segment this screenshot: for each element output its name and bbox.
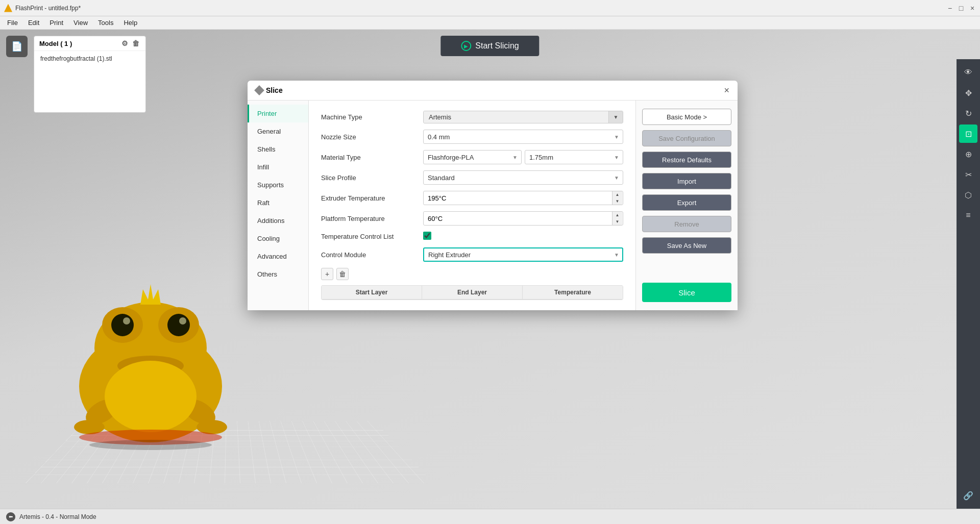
- import-button[interactable]: Import: [642, 173, 731, 189]
- machine-type-dropdown-button[interactable]: ▼: [608, 111, 623, 123]
- control-module-select[interactable]: Right Extruder: [423, 247, 623, 262]
- cut-tool-button[interactable]: ✂: [959, 165, 977, 184]
- svg-point-7: [179, 317, 186, 325]
- model-settings-icon[interactable]: ⚙: [120, 39, 129, 48]
- temp-control-row: Temperature Control List: [321, 232, 623, 241]
- menu-view[interactable]: View: [68, 18, 93, 28]
- move-tool-button[interactable]: ✥: [959, 84, 977, 102]
- model-list-item[interactable]: fredthefrogbutfractal (1).stl: [34, 53, 145, 64]
- app-title: FlashPrint - untitled.fpp*: [15, 5, 81, 12]
- material-type-select[interactable]: Flashforge-PLA: [423, 150, 522, 164]
- statusbar: ⬅ Artemis - 0.4 - Normal Mode: [0, 509, 980, 524]
- export-button[interactable]: Export: [642, 194, 731, 211]
- nav-item-shells[interactable]: Shells: [248, 140, 308, 158]
- maximize-button[interactable]: □: [958, 5, 965, 12]
- app-logo-icon: [4, 4, 12, 12]
- nav-item-printer[interactable]: Printer: [248, 105, 308, 122]
- minimize-button[interactable]: −: [946, 5, 953, 12]
- nav-item-supports[interactable]: Supports: [248, 176, 308, 194]
- material-type-label: Material Type: [321, 154, 423, 161]
- slice-profile-label: Slice Profile: [321, 174, 423, 182]
- view-tool-button[interactable]: 👁: [959, 63, 977, 82]
- save-configuration-button[interactable]: Save Configuration: [642, 130, 731, 146]
- extruder-temp-spin-btns: ▲ ▼: [612, 191, 622, 205]
- material-type-select-wrapper: Flashforge-PLA: [423, 150, 522, 164]
- control-module-select-wrapper: Right Extruder: [423, 247, 623, 262]
- dialog-close-button[interactable]: ×: [724, 86, 729, 95]
- model-delete-icon[interactable]: 🗑: [131, 39, 140, 48]
- menu-file[interactable]: File: [2, 18, 23, 28]
- nav-item-advanced[interactable]: Advanced: [248, 247, 308, 265]
- slice-profile-row: Slice Profile Standard: [321, 170, 623, 185]
- dialog-body: Printer General Shells Infill Supports R…: [248, 101, 738, 310]
- remove-button[interactable]: Remove: [642, 216, 731, 232]
- platform-temp-input[interactable]: [423, 211, 623, 226]
- model-panel: Model ( 1 ) ⚙ 🗑 fredthefrogbutfractal (1…: [34, 36, 146, 113]
- menu-print[interactable]: Print: [44, 18, 68, 28]
- add-row-button[interactable]: +: [321, 268, 333, 280]
- dialog-nav: Printer General Shells Infill Supports R…: [248, 101, 309, 310]
- material-type-control: Flashforge-PLA 1.75mm: [423, 150, 623, 164]
- menubar: File Edit Print View Tools Help: [0, 16, 980, 30]
- slice-dialog: Slice × Printer General Shells Infill Su…: [248, 81, 738, 310]
- status-icon[interactable]: ⬅: [6, 512, 15, 521]
- nav-item-infill[interactable]: Infill: [248, 158, 308, 176]
- svg-point-4: [111, 314, 134, 336]
- settings-tool-button[interactable]: ≡: [959, 206, 977, 224]
- temperature-header: Temperature: [523, 286, 623, 299]
- rotate-tool-button[interactable]: ↻: [959, 104, 977, 122]
- control-module-label: Control Module: [321, 251, 423, 259]
- temp-control-checkbox[interactable]: [423, 232, 431, 240]
- restore-defaults-button[interactable]: Restore Defaults: [642, 152, 731, 168]
- platform-temp-down-button[interactable]: ▼: [612, 218, 622, 225]
- nozzle-size-label: Nozzle Size: [321, 133, 423, 141]
- material-size-select[interactable]: 1.75mm: [525, 150, 623, 164]
- support-tool-button[interactable]: ⬡: [959, 186, 977, 204]
- nozzle-size-row: Nozzle Size 0.4 mm: [321, 130, 623, 144]
- material-row: Flashforge-PLA 1.75mm: [423, 150, 623, 164]
- active-tool-button[interactable]: ⊕: [959, 145, 977, 163]
- machine-type-value: Artemis: [424, 111, 608, 123]
- slice-profile-select-wrapper: Standard: [423, 170, 623, 185]
- platform-temp-label: Platform Temperature: [321, 215, 423, 222]
- link-tool-button[interactable]: 🔗: [959, 486, 977, 505]
- basic-mode-button[interactable]: Basic Mode >: [642, 109, 731, 125]
- nav-item-others[interactable]: Others: [248, 265, 308, 283]
- slice-profile-select[interactable]: Standard: [423, 170, 623, 185]
- nav-item-general[interactable]: General: [248, 122, 308, 140]
- extruder-temp-input[interactable]: [423, 191, 623, 205]
- svg-point-6: [123, 317, 130, 325]
- nav-item-cooling[interactable]: Cooling: [248, 230, 308, 247]
- machine-type-control: Artemis ▼: [423, 111, 623, 123]
- close-window-button[interactable]: ×: [969, 5, 976, 12]
- extruder-temp-up-button[interactable]: ▲: [612, 191, 622, 198]
- status-label: Artemis - 0.4 - Normal Mode: [19, 513, 96, 520]
- slice-button[interactable]: Slice: [642, 283, 731, 302]
- nav-item-additions[interactable]: Additions: [248, 212, 308, 230]
- menu-help[interactable]: Help: [118, 18, 142, 28]
- extruder-temp-down-button[interactable]: ▼: [612, 198, 622, 205]
- temp-table-header: Start Layer End Layer Temperature: [322, 286, 623, 300]
- slice-profile-control: Standard: [423, 170, 623, 185]
- menu-tools[interactable]: Tools: [93, 18, 118, 28]
- temp-table-actions: + 🗑: [321, 268, 623, 280]
- material-type-row: Material Type Flashforge-PLA 1.75mm: [321, 150, 623, 164]
- titlebar: FlashPrint - untitled.fpp* − □ ×: [0, 0, 980, 16]
- platform-temp-up-button[interactable]: ▲: [612, 212, 622, 218]
- scale-tool-button[interactable]: ⊡: [959, 124, 977, 143]
- dialog-content: Machine Type Artemis ▼ Nozzle Size: [309, 101, 635, 310]
- nav-item-raft[interactable]: Raft: [248, 194, 308, 212]
- delete-row-button[interactable]: 🗑: [336, 268, 349, 280]
- dialog-title-text: Slice: [266, 86, 283, 94]
- machine-type-row: Machine Type Artemis ▼: [321, 111, 623, 123]
- play-circle-icon: ▶: [461, 41, 471, 51]
- save-as-new-button[interactable]: Save As New: [642, 237, 731, 254]
- start-slicing-button[interactable]: ▶ Start Slicing: [440, 36, 539, 56]
- machine-type-label: Machine Type: [321, 113, 423, 121]
- dialog-header: Slice ×: [248, 81, 738, 101]
- canvas-area: ▶ Start Slicing: [0, 30, 980, 524]
- menu-edit[interactable]: Edit: [23, 18, 44, 28]
- temperature-table: Start Layer End Layer Temperature: [321, 285, 623, 300]
- document-button[interactable]: 📄: [6, 36, 28, 57]
- nozzle-size-select[interactable]: 0.4 mm: [423, 130, 623, 144]
